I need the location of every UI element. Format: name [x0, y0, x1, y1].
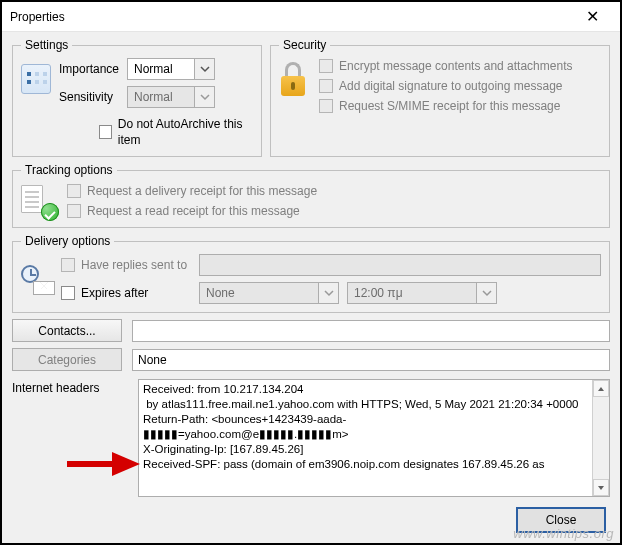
- expires-checkbox[interactable]: Expires after: [61, 285, 191, 301]
- expires-date-select: None: [199, 282, 339, 304]
- delivery-group: Delivery options Have replies sent to: [12, 234, 610, 313]
- close-icon[interactable]: ✕: [572, 2, 612, 32]
- expires-time-value: 12:00 πμ: [354, 286, 403, 300]
- lock-icon: [279, 60, 307, 96]
- read-receipt-checkbox: Request a read receipt for this message: [67, 203, 317, 219]
- chevron-down-icon: [318, 283, 338, 303]
- properties-icon: [21, 64, 51, 94]
- checkbox-box-icon: [319, 99, 333, 113]
- sensitivity-label: Sensitivity: [59, 86, 119, 108]
- scroll-up-icon[interactable]: [593, 380, 609, 397]
- security-legend: Security: [279, 38, 330, 52]
- importance-select[interactable]: Normal: [127, 58, 215, 80]
- smime-label: Request S/MIME receipt for this message: [339, 98, 560, 114]
- read-receipt-label: Request a read receipt for this message: [87, 203, 300, 219]
- encrypt-label: Encrypt message contents and attachments: [339, 58, 572, 74]
- checkbox-box-icon: [67, 184, 81, 198]
- have-replies-checkbox: Have replies sent to: [61, 257, 191, 273]
- have-replies-input: [199, 254, 601, 276]
- titlebar: Properties ✕: [2, 2, 620, 32]
- smime-checkbox: Request S/MIME receipt for this message: [319, 98, 572, 114]
- chevron-down-icon: [194, 87, 214, 107]
- delivery-receipt-checkbox: Request a delivery receipt for this mess…: [67, 183, 317, 199]
- scroll-down-icon[interactable]: [593, 479, 609, 496]
- encrypt-checkbox: Encrypt message contents and attachments: [319, 58, 572, 74]
- checkbox-box-icon: [319, 59, 333, 73]
- sign-checkbox: Add digital signature to outgoing messag…: [319, 78, 572, 94]
- autoarchive-checkbox[interactable]: Do not AutoArchive this item: [99, 116, 253, 148]
- delivery-legend: Delivery options: [21, 234, 114, 248]
- expires-time-select: 12:00 πμ: [347, 282, 497, 304]
- contacts-input[interactable]: [132, 320, 610, 342]
- checkbox-box-icon: [319, 79, 333, 93]
- tracking-group: Tracking options Request a delivery rece…: [12, 163, 610, 228]
- chevron-down-icon: [476, 283, 496, 303]
- delivery-receipt-label: Request a delivery receipt for this mess…: [87, 183, 317, 199]
- tracking-legend: Tracking options: [21, 163, 117, 177]
- receipt-icon: [21, 185, 53, 217]
- importance-value: Normal: [134, 58, 173, 80]
- categories-value: None: [138, 353, 167, 367]
- settings-legend: Settings: [21, 38, 72, 52]
- checkbox-box-icon: [99, 125, 112, 139]
- headers-content: Received: from 10.217.134.204 by atlas11…: [143, 383, 578, 470]
- categories-button: Categories: [12, 348, 122, 371]
- checkbox-box-icon: [61, 286, 75, 300]
- internet-headers-text[interactable]: Received: from 10.217.134.204 by atlas11…: [138, 379, 610, 497]
- window-title: Properties: [10, 10, 65, 24]
- chevron-down-icon: [194, 59, 214, 79]
- delivery-icon: [21, 265, 55, 295]
- security-group: Security Encrypt message contents and at…: [270, 38, 610, 157]
- expires-label: Expires after: [81, 285, 148, 301]
- importance-label: Importance: [59, 58, 119, 80]
- close-button[interactable]: Close: [516, 507, 606, 533]
- contacts-button[interactable]: Contacts...: [12, 319, 122, 342]
- settings-group: Settings Importance Sensitivity Normal N…: [12, 38, 262, 157]
- autoarchive-label: Do not AutoArchive this item: [118, 116, 253, 148]
- contacts-button-label: Contacts...: [38, 324, 95, 338]
- sign-label: Add digital signature to outgoing messag…: [339, 78, 562, 94]
- sensitivity-select: Normal: [127, 86, 215, 108]
- close-button-label: Close: [546, 513, 577, 527]
- expires-date-value: None: [206, 286, 235, 300]
- categories-button-label: Categories: [38, 353, 96, 367]
- checkbox-box-icon: [61, 258, 75, 272]
- checkbox-box-icon: [67, 204, 81, 218]
- have-replies-label: Have replies sent to: [81, 257, 187, 273]
- internet-headers-label: Internet headers: [12, 379, 132, 395]
- sensitivity-value: Normal: [134, 86, 173, 108]
- scrollbar[interactable]: [592, 380, 609, 496]
- categories-input[interactable]: None: [132, 349, 610, 371]
